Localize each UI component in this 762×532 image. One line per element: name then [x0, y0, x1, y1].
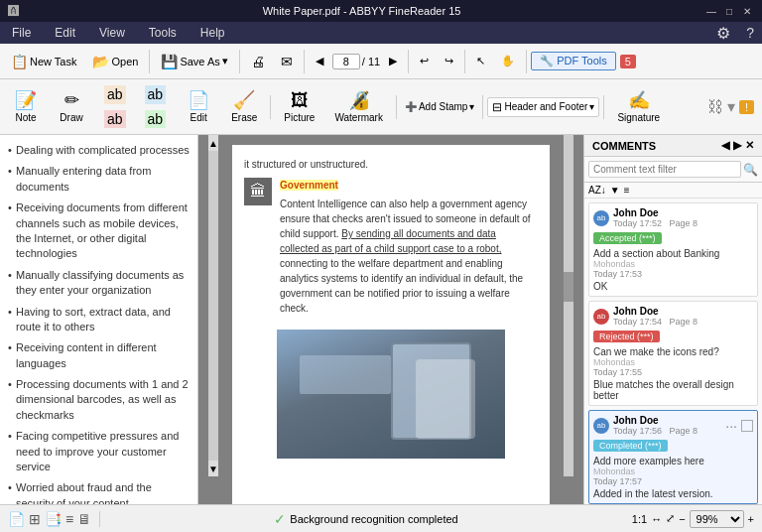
comment-time-1: Today 17:52 Page 8 — [613, 218, 698, 228]
reply-time-2: Today 17:55 — [593, 367, 753, 377]
document-area[interactable]: ▲ ▼ it structured or unstructured. 🏛 Gov… — [198, 135, 583, 504]
thumbnails-icon[interactable]: ⊞ — [29, 511, 41, 527]
page-view-icon[interactable]: 📄 — [8, 511, 25, 527]
settings-icon[interactable]: ⚙ — [716, 24, 730, 43]
text-style-1[interactable]: ab — [95, 82, 135, 107]
scrollbar-thumb[interactable] — [564, 272, 573, 302]
comments-panel: COMMENTS ◀ ▶ ✕ 🔍 AZ↓ ▼ ≡ ab John Doe — [583, 135, 762, 504]
toolbar-main: 📋 New Task 📂 Open 💾 Save As ▾ 🖨 ✉ ◀ / 11… — [0, 44, 762, 79]
document-page: it structured or unstructured. 🏛 Governm… — [232, 145, 550, 504]
save-as-button[interactable]: 💾 Save As ▾ — [154, 51, 234, 72]
email-button[interactable]: ✉ — [274, 51, 300, 72]
menu-edit[interactable]: Edit — [51, 24, 79, 42]
list-item: Receiving documents from different chann… — [8, 200, 190, 262]
avatar-2: ab — [593, 309, 609, 325]
watermark-tool[interactable]: 🔏 Watermark — [325, 87, 392, 126]
edit-tool[interactable]: 📄 Edit — [177, 87, 220, 126]
status-ok-icon: ✓ — [274, 511, 286, 527]
reply-time-3: Today 17:57 — [593, 476, 753, 486]
nav-prev-comment[interactable]: ◀ — [721, 139, 729, 152]
text-style-3[interactable]: ab — [95, 107, 135, 132]
add-stamp-button[interactable]: ➕ Add Stamp ▾ — [401, 99, 478, 114]
reply-author-2: Mohondas — [593, 357, 753, 367]
comment-text-1: Add a section about Banking — [593, 248, 753, 259]
note-tool[interactable]: 📝 Note — [4, 87, 48, 126]
reply-author-1: Mohondas — [593, 259, 753, 269]
undo-button[interactable]: ↩ — [413, 52, 436, 70]
close-comments-button[interactable]: ✕ — [745, 139, 754, 152]
more-icon[interactable]: ▾ — [727, 97, 735, 116]
print-button[interactable]: 🖨 — [244, 51, 272, 72]
prev-page-button[interactable]: ◀ — [309, 52, 330, 70]
filter-icon[interactable]: ▼ — [610, 185, 620, 196]
warning-badge[interactable]: ! — [739, 100, 754, 114]
comment-filter-input[interactable] — [588, 161, 741, 178]
toolbar-tools: 📝 Note ✏ Draw ab ab ab ab 📄 Edit 🧹 Erase… — [0, 79, 762, 135]
menu-view[interactable]: View — [95, 24, 129, 42]
scroll-up-button[interactable]: ▲ — [208, 135, 218, 151]
list-item: Having to sort, extract data, and route … — [8, 305, 190, 335]
close-button[interactable]: ✕ — [740, 4, 754, 18]
comment-author-2: John Doe — [613, 306, 698, 317]
badge-count: 5 — [620, 55, 636, 68]
filter-search-icon[interactable]: 🔍 — [743, 163, 758, 177]
avatar-3: ab — [593, 418, 609, 434]
maximize-button[interactable]: □ — [722, 4, 736, 18]
bookmarks-icon[interactable]: 📑 — [45, 511, 62, 527]
comment-options-button[interactable]: ··· — [725, 418, 737, 434]
gov-icon: 🏛 — [244, 178, 272, 205]
left-sidebar: Dealing with complicated processes Manua… — [0, 135, 198, 504]
badge-completed-3: Completed (***) — [593, 440, 668, 452]
window-title: White Paper.pdf - ABBYY FineReader 15 — [19, 5, 704, 17]
comment-time-2: Today 17:54 Page 8 — [613, 317, 698, 327]
list-item: Manually classifying documents as they e… — [8, 268, 190, 299]
erase-tool[interactable]: 🧹 Erase — [222, 87, 266, 126]
sort-az-icon[interactable]: AZ↓ — [588, 185, 606, 196]
picture-tool[interactable]: 🖼 Picture — [275, 87, 323, 126]
minimize-button[interactable]: — — [704, 4, 718, 18]
open-button[interactable]: 📂 Open — [85, 51, 145, 72]
screen-icon[interactable]: 🖥 — [77, 511, 91, 527]
comment-header-1: ab John Doe Today 17:52 Page 8 — [593, 207, 753, 228]
page-navigation: ◀ / 11 ▶ — [309, 52, 404, 70]
redo-button[interactable]: ↪ — [438, 52, 460, 70]
next-page-button[interactable]: ▶ — [382, 52, 404, 70]
fit-page-button[interactable]: ⤢ — [666, 512, 675, 525]
comment-author-1: John Doe — [613, 207, 698, 218]
reply-text-1: OK — [593, 281, 753, 292]
zoom-select[interactable]: 99% 100% 125% 150% — [690, 510, 744, 528]
status-bar: 📄 ⊞ 📑 ≡ 🖥 ✓ Background recognition compl… — [0, 504, 762, 532]
draw-tool[interactable]: ✏ Draw — [50, 87, 93, 126]
text-style-2[interactable]: ab — [136, 82, 176, 107]
chain-icon[interactable]: ⛓ — [707, 98, 723, 116]
zoom-out-button[interactable]: − — [679, 513, 685, 525]
layers-icon[interactable]: ≡ — [65, 511, 73, 527]
hand-button[interactable]: ✋ — [494, 52, 522, 70]
list-item: Facing competitive pressures and need to… — [8, 429, 190, 474]
header-footer-button[interactable]: ⊟ Header and Footer ▾ — [487, 97, 599, 117]
nav-next-comment[interactable]: ▶ — [733, 139, 741, 152]
menu-file[interactable]: File — [8, 24, 35, 42]
new-task-button[interactable]: 📋 New Task — [4, 51, 83, 72]
list-item: Manually entering data from documents — [8, 164, 190, 195]
help-icon[interactable]: ? — [746, 25, 754, 41]
text-style-4[interactable]: ab — [136, 107, 176, 132]
comments-list: ab John Doe Today 17:52 Page 8 Accepted … — [584, 199, 762, 504]
doc-intro-text: it structured or unstructured. — [244, 157, 538, 172]
fit-width-button[interactable]: ↔ — [651, 513, 662, 525]
menu-help[interactable]: Help — [196, 24, 229, 42]
statusbar-icons: 📄 ⊞ 📑 ≡ 🖥 — [8, 511, 91, 527]
scroll-down-button[interactable]: ▼ — [208, 461, 218, 476]
signature-tool[interactable]: ✍ Signature — [608, 87, 669, 126]
menu-tools[interactable]: Tools — [145, 24, 181, 42]
pdf-tools-button[interactable]: 🔧 PDF Tools — [531, 52, 616, 70]
main-area: Dealing with complicated processes Manua… — [0, 135, 762, 504]
select-button[interactable]: ↖ — [469, 52, 492, 70]
sort-options-icon[interactable]: ≡ — [624, 185, 630, 196]
gov-section: 🏛 Government Content Intelligence can al… — [244, 178, 538, 322]
page-number-input[interactable] — [332, 54, 360, 69]
badge-accepted-1: Accepted (***) — [593, 232, 662, 244]
comment-checkbox-3[interactable] — [741, 420, 753, 432]
doc-link: By sending all documents and data collec… — [280, 228, 501, 254]
zoom-in-button[interactable]: + — [748, 513, 754, 525]
